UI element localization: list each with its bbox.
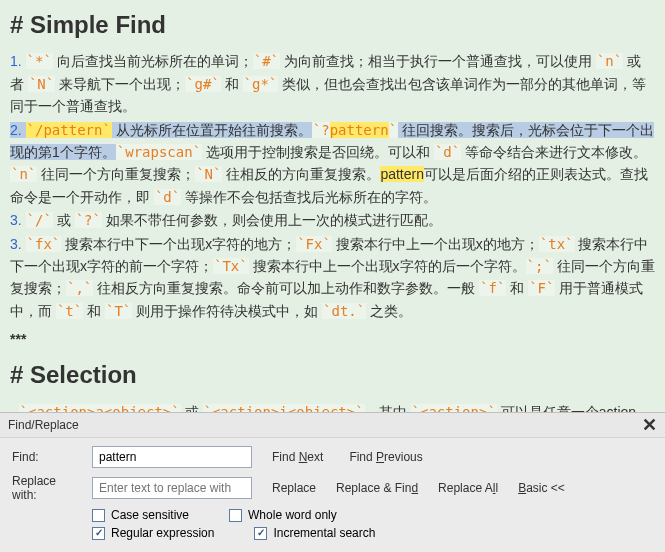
find-input[interactable] (92, 446, 252, 468)
case-sensitive-label: Case sensitive (111, 508, 189, 522)
replace-input[interactable] (92, 477, 252, 499)
whole-word-checkbox[interactable]: Whole word only (229, 508, 337, 522)
close-icon: ✕ (642, 415, 657, 435)
replace-all-button[interactable]: Replace All (438, 481, 498, 495)
replace-button[interactable]: Replace (272, 481, 316, 495)
checkbox-icon (92, 509, 105, 522)
list-item-4: 3. `fx` 搜索本行中下一个出现x字符的地方；`Fx` 搜索本行中上一个出现… (10, 233, 655, 323)
replace-and-find-button[interactable]: Replace & Find (336, 481, 418, 495)
basic-toggle-button[interactable]: Basic << (518, 481, 565, 495)
editor-area[interactable]: # Simple Find 1. `*` 向后查找当前光标所在的单词；`#` 为… (0, 0, 665, 412)
whole-word-label: Whole word only (248, 508, 337, 522)
find-label: Find: (12, 450, 84, 464)
panel-title: Find/Replace (8, 418, 79, 432)
find-replace-panel: Find/Replace ✕ Find: Find Next Find Prev… (0, 412, 665, 552)
incremental-label: Incremental search (273, 526, 375, 540)
close-button[interactable]: ✕ (642, 416, 657, 434)
regex-checkbox[interactable]: Regular expression (92, 526, 214, 540)
list-item-1: 1. `*` 向后查找当前光标所在的单词；`#` 为向前查找；相当于执行一个普通… (10, 50, 655, 117)
incremental-search-checkbox[interactable]: Incremental search (254, 526, 375, 540)
find-next-button[interactable]: Find Next (272, 450, 323, 464)
checkbox-checked-icon (92, 527, 105, 540)
heading-selection: # Selection (10, 356, 655, 394)
checkbox-icon (229, 509, 242, 522)
regex-label: Regular expression (111, 526, 214, 540)
heading-simple-find: # Simple Find (10, 6, 655, 44)
case-sensitive-checkbox[interactable]: Case sensitive (92, 508, 189, 522)
hr-stars: *** (10, 328, 655, 350)
pattern-highlight: pattern (380, 166, 424, 182)
replace-label: Replace with: (12, 474, 84, 502)
list-item-2: 2. `/pattern` 从光标所在位置开始往前搜索。`?pattern` 往… (10, 119, 655, 209)
checkbox-checked-icon (254, 527, 267, 540)
find-previous-button[interactable]: Find Previous (349, 450, 422, 464)
list-item-5: - `<action>a<object>` 或 `<action>i<objec… (10, 401, 655, 412)
list-item-3: 3. `/` 或 `?` 如果不带任何参数，则会使用上一次的模式进行匹配。 (10, 209, 655, 231)
